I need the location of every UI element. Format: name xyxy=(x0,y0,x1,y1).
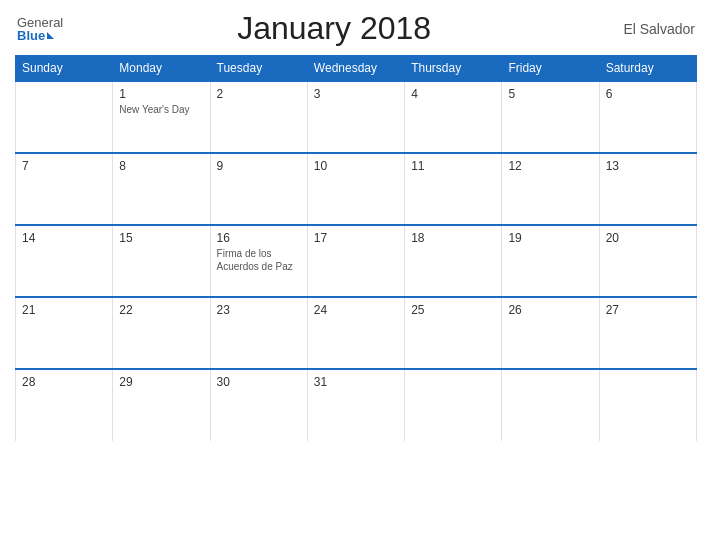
day-header-thursday: Thursday xyxy=(405,56,502,82)
day-cell: 28 xyxy=(16,369,113,441)
day-number: 9 xyxy=(217,159,301,173)
day-header-wednesday: Wednesday xyxy=(307,56,404,82)
day-number: 12 xyxy=(508,159,592,173)
calendar-container: General Blue January 2018 El Salvador Su… xyxy=(0,0,712,550)
day-cell: 16Firma de los Acuerdos de Paz xyxy=(210,225,307,297)
day-number: 8 xyxy=(119,159,203,173)
day-cell: 5 xyxy=(502,81,599,153)
day-cell: 1New Year's Day xyxy=(113,81,210,153)
day-cell: 6 xyxy=(599,81,696,153)
day-cell: 18 xyxy=(405,225,502,297)
day-cell: 10 xyxy=(307,153,404,225)
day-cell: 23 xyxy=(210,297,307,369)
day-cell: 25 xyxy=(405,297,502,369)
day-cell: 3 xyxy=(307,81,404,153)
day-cell: 19 xyxy=(502,225,599,297)
day-number: 3 xyxy=(314,87,398,101)
day-cell: 27 xyxy=(599,297,696,369)
day-number: 23 xyxy=(217,303,301,317)
day-cell xyxy=(16,81,113,153)
calendar-header: General Blue January 2018 El Salvador xyxy=(15,10,697,47)
logo: General Blue xyxy=(17,16,63,42)
day-number: 10 xyxy=(314,159,398,173)
day-cell: 4 xyxy=(405,81,502,153)
day-number: 25 xyxy=(411,303,495,317)
holiday-name: Firma de los Acuerdos de Paz xyxy=(217,247,301,273)
day-header-tuesday: Tuesday xyxy=(210,56,307,82)
day-number: 22 xyxy=(119,303,203,317)
day-header-friday: Friday xyxy=(502,56,599,82)
week-row-5: 28293031 xyxy=(16,369,697,441)
day-number: 13 xyxy=(606,159,690,173)
country-label: El Salvador xyxy=(605,21,695,37)
day-number: 21 xyxy=(22,303,106,317)
day-cell: 26 xyxy=(502,297,599,369)
day-cell: 21 xyxy=(16,297,113,369)
logo-blue-text: Blue xyxy=(17,29,45,42)
day-cell: 9 xyxy=(210,153,307,225)
day-cell xyxy=(405,369,502,441)
day-number: 11 xyxy=(411,159,495,173)
day-number: 15 xyxy=(119,231,203,245)
day-cell xyxy=(599,369,696,441)
day-cell: 17 xyxy=(307,225,404,297)
day-headers-row: SundayMondayTuesdayWednesdayThursdayFrid… xyxy=(16,56,697,82)
week-row-1: 1New Year's Day23456 xyxy=(16,81,697,153)
month-title: January 2018 xyxy=(63,10,605,47)
day-number: 17 xyxy=(314,231,398,245)
logo-blue-row: Blue xyxy=(17,29,54,42)
day-cell: 8 xyxy=(113,153,210,225)
day-cell: 31 xyxy=(307,369,404,441)
day-number: 31 xyxy=(314,375,398,389)
day-number: 18 xyxy=(411,231,495,245)
day-number: 30 xyxy=(217,375,301,389)
day-cell: 12 xyxy=(502,153,599,225)
holiday-name: New Year's Day xyxy=(119,103,203,116)
day-number: 6 xyxy=(606,87,690,101)
day-cell: 14 xyxy=(16,225,113,297)
logo-general-text: General xyxy=(17,16,63,29)
day-number: 16 xyxy=(217,231,301,245)
day-cell: 20 xyxy=(599,225,696,297)
week-row-2: 78910111213 xyxy=(16,153,697,225)
day-number: 24 xyxy=(314,303,398,317)
day-cell: 29 xyxy=(113,369,210,441)
day-number: 28 xyxy=(22,375,106,389)
day-number: 29 xyxy=(119,375,203,389)
day-header-monday: Monday xyxy=(113,56,210,82)
day-number: 7 xyxy=(22,159,106,173)
week-row-4: 21222324252627 xyxy=(16,297,697,369)
calendar-table: SundayMondayTuesdayWednesdayThursdayFrid… xyxy=(15,55,697,441)
day-number: 4 xyxy=(411,87,495,101)
day-number: 1 xyxy=(119,87,203,101)
day-number: 27 xyxy=(606,303,690,317)
day-cell xyxy=(502,369,599,441)
day-header-saturday: Saturday xyxy=(599,56,696,82)
day-cell: 22 xyxy=(113,297,210,369)
day-number: 2 xyxy=(217,87,301,101)
day-cell: 11 xyxy=(405,153,502,225)
day-number: 5 xyxy=(508,87,592,101)
week-row-3: 141516Firma de los Acuerdos de Paz171819… xyxy=(16,225,697,297)
day-number: 19 xyxy=(508,231,592,245)
day-cell: 13 xyxy=(599,153,696,225)
day-header-sunday: Sunday xyxy=(16,56,113,82)
day-cell: 30 xyxy=(210,369,307,441)
day-number: 26 xyxy=(508,303,592,317)
day-number: 14 xyxy=(22,231,106,245)
day-cell: 15 xyxy=(113,225,210,297)
logo-triangle-icon xyxy=(47,32,54,39)
day-number: 20 xyxy=(606,231,690,245)
day-cell: 24 xyxy=(307,297,404,369)
day-cell: 7 xyxy=(16,153,113,225)
day-cell: 2 xyxy=(210,81,307,153)
